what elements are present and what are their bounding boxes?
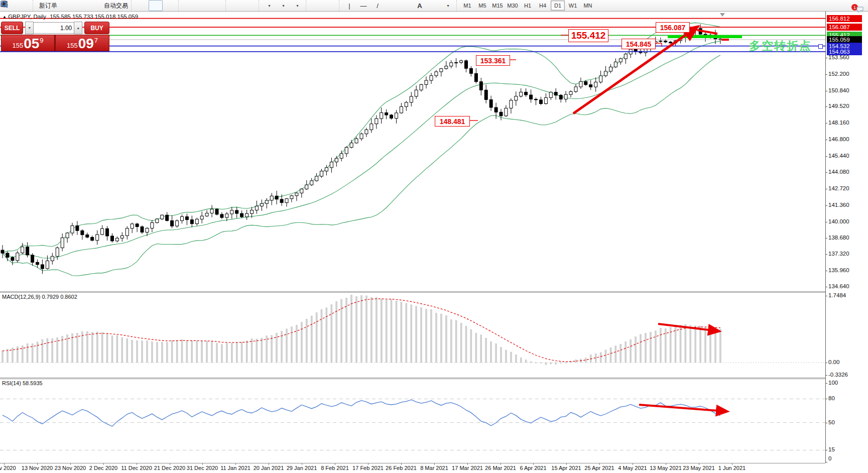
price-axis-label: 142.720: [828, 185, 849, 191]
bid-big: 05: [24, 37, 39, 50]
ask-sup: 7: [94, 37, 98, 44]
ask-price[interactable]: 155 09 7: [55, 35, 109, 51]
ask-big: 09: [78, 37, 94, 50]
bid-sup: 9: [40, 37, 43, 44]
chart-canvas[interactable]: [0, 0, 868, 473]
price-tag: 155.059: [827, 36, 862, 43]
symbol-header: ▲ GBPJPY, Daily 155.585 155.733 155.018 …: [3, 14, 138, 20]
volume-up-button[interactable]: ▲: [74, 22, 82, 34]
price-axis-label: 149.520: [828, 103, 849, 109]
price-axis-label: 146.800: [828, 136, 849, 142]
symbol-name: GBPJPY, Daily: [8, 14, 46, 20]
price-axis-label: 134.640: [828, 283, 849, 289]
macd-axis-label: -0.3326: [828, 372, 848, 378]
rsi-axis-label: 50: [828, 419, 835, 425]
price-annotation[interactable]: 153.361: [476, 55, 510, 66]
price-tag: 156.087: [827, 24, 862, 31]
price-annotation[interactable]: 148.481: [435, 116, 470, 127]
rsi-axis-label: 15: [828, 446, 835, 452]
price-annotation[interactable]: 155.412: [568, 29, 608, 42]
buy-button[interactable]: BUY: [84, 22, 109, 34]
price-axis-label: 137.320: [828, 251, 849, 257]
symbol-marker-icon: ▲: [3, 15, 7, 19]
cn-annotation-text[interactable]: 多空转折点: [749, 38, 812, 54]
macd-axis-label: 0.00: [828, 359, 839, 365]
price-axis-label: 140.000: [828, 218, 849, 224]
price-axis-label: 145.440: [828, 153, 849, 159]
price-axis-label: 144.080: [828, 169, 849, 175]
price-axis-label: 141.360: [828, 202, 849, 208]
price-axis-label: 150.840: [828, 87, 849, 93]
volume-stepper: ▼ ▲: [25, 22, 82, 34]
rsi-axis-label: 0: [828, 455, 831, 461]
rsi-axis-label: 80: [828, 395, 835, 401]
ask-prefix: 155: [67, 42, 78, 49]
bid-prefix: 155: [12, 42, 23, 49]
price-tag: 154.063: [827, 48, 862, 55]
sell-button[interactable]: SELL: [1, 22, 23, 34]
rsi-axis-label: 100: [828, 380, 838, 386]
price-axis-label: 148.160: [828, 120, 849, 126]
macd-header: MACD(12,26,9) 0.7929 0.8602: [2, 294, 77, 300]
one-click-trade-panel: SELL ▼ ▲ BUY 155 05 9 155 09 7: [1, 22, 109, 51]
price-axis-label: 135.960: [828, 267, 849, 273]
price-tag: 156.812: [827, 15, 862, 22]
bid-price[interactable]: 155 05 9: [1, 35, 55, 51]
line-handle[interactable]: [818, 44, 823, 49]
price-axis-label: 152.200: [828, 71, 849, 77]
symbol-ohlc: 155.585 155.733 155.018 155.059: [50, 14, 138, 20]
price-annotation[interactable]: 154.845: [622, 39, 656, 49]
volume-input[interactable]: [34, 22, 74, 34]
price-annotation[interactable]: 156.087: [656, 22, 690, 33]
volume-down-button[interactable]: ▼: [25, 22, 34, 34]
mt4-window: 新订单 自动交易 ▾ ▾ ▾: [0, 0, 868, 473]
chart-shift-marker-icon[interactable]: [720, 13, 725, 17]
price-axis-label: 138.680: [828, 234, 849, 241]
rsi-header: RSI(14) 58.5935: [2, 380, 43, 386]
macd-axis-label: 1.7484: [828, 292, 846, 298]
